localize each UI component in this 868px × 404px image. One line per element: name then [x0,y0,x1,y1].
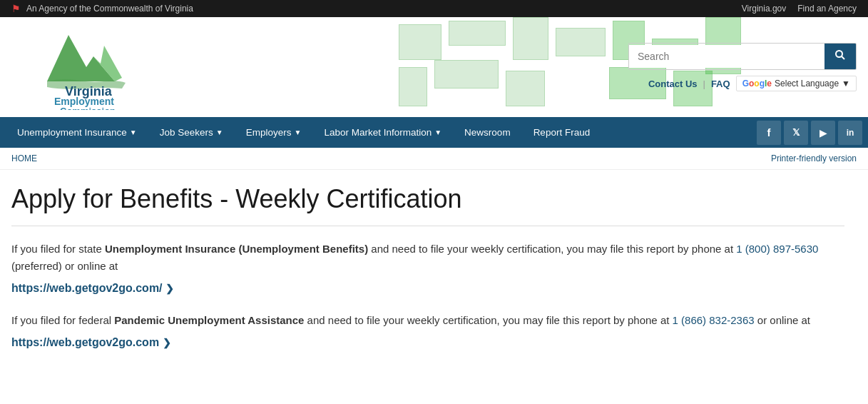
bg-block-5 [399,67,427,106]
bg-block-6 [434,60,499,89]
text-after-bold-2: and need to file your weekly certificati… [304,314,672,326]
dropdown-arrow-icon: ▼ [842,79,850,89]
text-before-bold-1: If you filed for state [11,243,105,255]
facebook-link[interactable]: f [757,121,781,145]
logo-area: Virginia Employment Commission [11,24,261,110]
top-bar: ⚑ An Agency of the Commonwealth of Virgi… [0,0,868,17]
main-content: Apply for Benefits - Weekly Certificatio… [0,170,856,387]
text-after-bold-1: and need to file your weekly certificati… [368,243,736,255]
nav-label-unemployment: Unemployment Insurance [17,127,127,138]
content-block-1: If you filed for state Unemployment Insu… [11,241,844,298]
faq-link[interactable]: FAQ [711,79,730,89]
nav-label-report-fraud: Report Fraud [533,127,591,138]
text-after-phone-1: (preferred) or online at [11,260,118,272]
nav-item-job-seekers[interactable]: Job Seekers ▼ [148,117,235,148]
svg-point-5 [836,51,842,57]
page-title: Apply for Benefits - Weekly Certificatio… [11,184,844,226]
content-paragraph-2: If you filed for federal Pandemic Unempl… [11,312,844,329]
header-search-area: Contact Us | FAQ Google Select Language … [628,43,857,91]
nav-label-newsroom: Newsroom [464,127,511,138]
gov2go-link-1[interactable]: https://web.getgov2go.com/ ❯ [11,279,844,298]
nav-item-newsroom[interactable]: Newsroom [453,117,522,148]
logo-svg: Virginia Employment Commission [11,24,183,110]
google-translate-widget[interactable]: Google Select Language ▼ [736,76,857,91]
agency-text: An Agency of the Commonwealth of Virgini… [26,4,193,14]
content-paragraph-1: If you filed for state Unemployment Insu… [11,241,844,275]
gov2go-link-2-label: https://web.getgov2go.com [11,336,159,348]
content-block-2: If you filed for federal Pandemic Unempl… [11,312,844,352]
bg-block-7 [506,71,545,106]
svg-line-6 [842,56,844,59]
nav-label-job-seekers: Job Seekers [160,127,213,138]
nav-item-report-fraud[interactable]: Report Fraud [522,117,602,148]
separator: | [703,79,705,89]
main-nav: Unemployment Insurance ▼ Job Seekers ▼ E… [0,117,868,148]
youtube-link[interactable]: ▶ [811,121,835,145]
select-language-label: Select Language [775,79,839,89]
virginia-gov-link[interactable]: Virginia.gov [742,4,786,14]
nav-label-labor-market: Labor Market Information [324,127,432,138]
text-after-phone-2: or online at [755,314,810,326]
header: Virginia Employment Commission Contact U… [0,17,868,117]
dropdown-arrow-unemployment: ▼ [130,128,137,136]
nav-item-labor-market[interactable]: Labor Market Information ▼ [312,117,453,148]
header-links: Contact Us | FAQ Google Select Language … [648,76,857,91]
bold-text-2: Pandemic Unemployment Assistance [114,314,304,326]
svg-text:Commission: Commission [60,106,116,110]
phone-link-2[interactable]: 1 (866) 832-2363 [673,314,755,326]
bold-text-1: Unemployment Insurance (Unemployment Ben… [105,243,368,255]
bg-block-2 [449,21,506,46]
home-breadcrumb[interactable]: HOME [11,153,37,163]
nav-label-employers: Employers [246,127,292,138]
flag-icon: ⚑ [11,3,21,14]
contact-us-link[interactable]: Contact Us [648,79,698,89]
nav-item-unemployment-insurance[interactable]: Unemployment Insurance ▼ [6,117,148,148]
social-links: f 𝕏 ▶ in [757,121,862,145]
bg-block-3 [513,17,548,60]
nav-item-employers[interactable]: Employers ▼ [235,117,313,148]
bg-block-1 [399,24,441,60]
search-input[interactable] [629,45,824,68]
arrow-icon-2: ❯ [163,337,171,348]
top-bar-left: ⚑ An Agency of the Commonwealth of Virgi… [11,3,193,14]
top-bar-right: Virginia.gov Find an Agency [742,4,857,14]
linkedin-link[interactable]: in [838,121,862,145]
search-button[interactable] [824,44,856,69]
breadcrumb: HOME Printer-friendly version [0,148,868,170]
printer-friendly-link[interactable]: Printer-friendly version [771,153,857,163]
dropdown-arrow-job-seekers: ▼ [216,128,223,136]
gov2go-link-1-label: https://web.getgov2go.com/ [11,282,163,294]
google-logo: Google [742,79,772,89]
search-box [628,43,857,70]
find-agency-link[interactable]: Find an Agency [797,4,857,14]
dropdown-arrow-labor-market: ▼ [434,128,441,136]
gov2go-link-2[interactable]: https://web.getgov2go.com ❯ [11,333,844,352]
arrow-icon-1: ❯ [165,283,174,294]
text-before-bold-2: If you filed for federal [11,314,114,326]
bg-block-4 [556,28,606,56]
search-icon [834,49,846,61]
dropdown-arrow-employers: ▼ [294,128,301,136]
phone-link-1[interactable]: 1 (800) 897-5630 [736,243,818,255]
twitter-link[interactable]: 𝕏 [784,121,808,145]
